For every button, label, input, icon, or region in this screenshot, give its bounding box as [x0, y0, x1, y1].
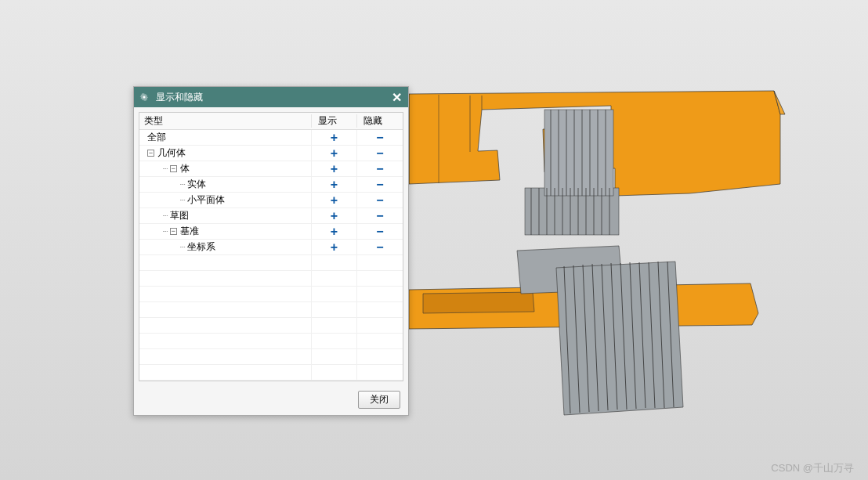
row-text: 实体	[187, 178, 206, 191]
hide-cell[interactable]: −	[357, 146, 403, 161]
hide-cell[interactable]: −	[357, 130, 403, 145]
tree-row[interactable]: ┈−体+−	[139, 161, 403, 177]
svg-marker-30	[556, 262, 683, 415]
row-label[interactable]: ┈草图	[139, 208, 312, 223]
row-label[interactable]: ┈实体	[139, 177, 312, 192]
tree-grid: 类型 显示 隐藏 全部+−−几何体+−┈−体+−┈实体+−┈小平面体+−┈草图+…	[139, 112, 403, 381]
dialog-footer: 关闭	[134, 386, 408, 415]
empty-row	[139, 318, 403, 334]
column-headers: 类型 显示 隐藏	[139, 113, 403, 130]
row-label[interactable]: ┈−体	[139, 161, 312, 176]
lower-fins	[556, 262, 683, 415]
show-cell[interactable]: +	[312, 193, 357, 208]
svg-marker-28	[423, 292, 534, 313]
show-cell[interactable]: +	[312, 177, 357, 192]
tree-branch-icon: ┈	[163, 226, 168, 236]
dialog-title: 显示和隐藏	[156, 91, 389, 104]
dialog-titlebar[interactable]: 显示和隐藏 ✕	[134, 87, 408, 107]
empty-row	[139, 365, 403, 381]
watermark: CSDN @千山万寻	[771, 461, 854, 475]
row-text: 体	[180, 162, 190, 175]
hide-cell[interactable]: −	[357, 240, 403, 254]
expander-icon[interactable]: −	[170, 228, 177, 235]
row-text: 几何体	[157, 146, 186, 160]
tree-branch-icon: ┈	[163, 211, 168, 221]
header-hide[interactable]: 隐藏	[357, 114, 403, 128]
close-button[interactable]: 关闭	[358, 391, 400, 409]
tree-row[interactable]: ┈−基准+−	[139, 224, 403, 240]
expander-icon[interactable]: −	[147, 150, 154, 157]
show-cell[interactable]: +	[312, 146, 357, 161]
header-show[interactable]: 显示	[312, 114, 357, 128]
row-label[interactable]: ┈−基准	[139, 224, 312, 239]
gear-icon	[139, 92, 150, 103]
tree-row[interactable]: −几何体+−	[139, 146, 403, 161]
tree-branch-icon: ┈	[180, 179, 186, 189]
empty-row	[139, 255, 403, 271]
show-cell[interactable]: +	[312, 130, 357, 145]
show-cell[interactable]: +	[312, 161, 357, 176]
tree-branch-icon: ┈	[180, 195, 186, 205]
hide-cell[interactable]: −	[357, 208, 403, 223]
header-type[interactable]: 类型	[139, 114, 312, 128]
show-hide-dialog: 显示和隐藏 ✕ 类型 显示 隐藏 全部+−−几何体+−┈−体+−┈实体+−┈小平…	[133, 86, 409, 416]
show-cell[interactable]: +	[312, 240, 357, 254]
svg-rect-7	[544, 110, 613, 196]
tree-row[interactable]: 全部+−	[139, 130, 403, 146]
empty-row	[139, 271, 403, 287]
row-text: 坐标系	[187, 240, 215, 254]
empty-row	[139, 287, 403, 302]
empty-row	[139, 349, 403, 365]
tree-row[interactable]: ┈小平面体+−	[139, 193, 403, 208]
hide-cell[interactable]: −	[357, 177, 403, 192]
close-icon[interactable]: ✕	[389, 90, 403, 104]
empty-row	[139, 334, 403, 349]
row-text: 小平面体	[187, 193, 225, 207]
hide-cell[interactable]: −	[357, 193, 403, 208]
row-text: 全部	[147, 131, 166, 144]
row-label[interactable]: 全部	[139, 130, 312, 145]
row-text: 草图	[170, 209, 189, 222]
tree-row[interactable]: ┈实体+−	[139, 177, 403, 193]
tree-branch-icon: ┈	[163, 164, 168, 174]
tree-row[interactable]: ┈草图+−	[139, 208, 403, 224]
row-text: 基准	[180, 225, 199, 238]
empty-row	[139, 302, 403, 318]
row-label[interactable]: −几何体	[139, 146, 312, 161]
tree-branch-icon: ┈	[180, 242, 186, 252]
row-label[interactable]: ┈坐标系	[139, 240, 312, 254]
cad-viewport[interactable]	[0, 0, 868, 480]
show-cell[interactable]: +	[312, 224, 357, 239]
expander-icon[interactable]: −	[170, 165, 177, 172]
row-label[interactable]: ┈小平面体	[139, 193, 312, 208]
show-cell[interactable]: +	[312, 208, 357, 223]
hide-cell[interactable]: −	[357, 161, 403, 176]
hide-cell[interactable]: −	[357, 224, 403, 239]
tree-row[interactable]: ┈坐标系+−	[139, 240, 403, 255]
